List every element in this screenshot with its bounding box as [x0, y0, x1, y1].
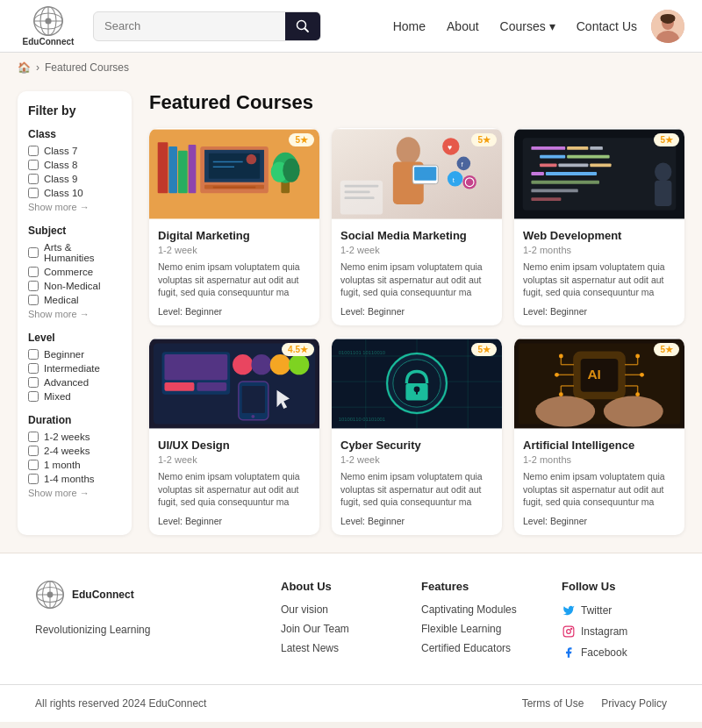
course-level: Level: Beginner — [158, 516, 311, 526]
logo[interactable]: EduConnect — [18, 5, 79, 46]
filter-sidebar: Filter by Class Class 7 Class 8 Class 9 … — [18, 91, 132, 535]
course-card[interactable]: AI 5★ Artificial Intelligence 1-2 months… — [514, 338, 684, 535]
footer-tagline: Revolutionizing Learning — [35, 624, 150, 636]
svg-rect-44 — [345, 185, 379, 188]
filter-subject-commerce[interactable]: Commerce — [28, 267, 121, 277]
svg-point-62 — [655, 162, 671, 181]
footer-bottom-links: Terms of Use Privacy Policy — [522, 697, 667, 710]
svg-rect-34 — [414, 167, 436, 181]
svg-text:01001101 10110010: 01001101 10110010 — [339, 350, 385, 355]
footer-join-team[interactable]: Join Our Team — [281, 623, 386, 635]
footer-privacy[interactable]: Privacy Policy — [601, 697, 667, 710]
nav-about[interactable]: About — [447, 19, 479, 33]
svg-rect-51 — [590, 146, 603, 150]
course-duration: 1-2 week — [158, 245, 311, 255]
courses-content: Featured Courses 5★ Digital Marketing 1 — [149, 91, 684, 535]
svg-rect-55 — [558, 163, 588, 167]
svg-point-37 — [457, 157, 471, 171]
filter-duration-label: Duration — [28, 414, 121, 426]
filter-class-9[interactable]: Class 9 — [28, 174, 121, 184]
course-thumbnail: 01001101 10110010 10100110 01101001 5★ — [332, 338, 502, 430]
filter-subject-arts[interactable]: Arts & Humanities — [28, 242, 121, 263]
course-description: Nemo enim ipsam voluptatem quia voluptas… — [340, 261, 493, 299]
svg-point-24 — [283, 159, 299, 182]
svg-point-111 — [555, 373, 559, 377]
course-card[interactable]: 01001101 10110010 10100110 01101001 5★ C… — [332, 338, 502, 535]
footer-certified-educators[interactable]: Certified Educators — [421, 642, 526, 654]
course-description: Nemo enim ipsam voluptatem quia voluptas… — [523, 261, 676, 299]
rating-badge: 5★ — [471, 343, 497, 356]
footer-instagram[interactable]: Instagram — [562, 625, 667, 639]
user-avatar[interactable] — [651, 10, 684, 43]
filter-subject-nonmedical[interactable]: Non-Medical — [28, 281, 121, 291]
subject-show-more[interactable]: Show more → — [28, 309, 121, 319]
svg-point-115 — [635, 392, 640, 396]
filter-level-mixed[interactable]: Mixed — [28, 391, 121, 402]
svg-rect-69 — [197, 382, 226, 391]
search-button[interactable] — [285, 12, 320, 40]
footer-bottom: All rights reserved 2024 EduConnect Term… — [0, 684, 702, 722]
course-level: Level: Beginner — [158, 306, 311, 317]
filter-duration-1-4months[interactable]: 1-4 months — [28, 474, 121, 484]
filter-duration-1-2weeks[interactable]: 1-2 weeks — [28, 432, 121, 442]
svg-line-7 — [305, 28, 309, 32]
footer-terms[interactable]: Terms of Use — [522, 697, 584, 710]
home-icon[interactable]: 🏠 — [18, 61, 31, 74]
svg-point-110 — [559, 354, 563, 359]
filter-subject-medical[interactable]: Medical — [28, 295, 121, 305]
svg-rect-58 — [546, 172, 597, 175]
svg-rect-89 — [416, 389, 418, 395]
search-bar — [93, 11, 321, 41]
rating-badge: 5★ — [654, 343, 679, 356]
breadcrumb: 🏠 › Featured Courses — [0, 53, 702, 82]
course-card[interactable]: ♥ f t 5★ Social Media Marketing 1-2 week… — [332, 128, 502, 325]
footer-our-vision[interactable]: Our vision — [281, 603, 386, 616]
course-card[interactable]: 5★ Web Development 1-2 months Nemo enim … — [514, 128, 684, 325]
rating-badge: 5★ — [289, 133, 314, 146]
filter-title: Filter by — [28, 103, 121, 118]
svg-rect-16 — [213, 187, 256, 189]
footer-col-follow: Follow Us Twitter Instagram — [562, 580, 667, 667]
course-level: Level: Beginner — [340, 516, 493, 526]
filter-duration-1month[interactable]: 1 month — [28, 460, 121, 470]
course-name: Cyber Security — [340, 439, 493, 452]
course-card[interactable]: 4.5★ UI/UX Design 1-2 week Nemo enim ips… — [149, 338, 319, 535]
footer-features-title: Features — [421, 580, 526, 593]
svg-rect-18 — [168, 146, 177, 193]
footer-latest-news[interactable]: Latest News — [281, 642, 386, 654]
footer-captivating-modules[interactable]: Captivating Modules — [421, 603, 526, 616]
course-duration: 1-2 week — [340, 245, 493, 255]
svg-point-76 — [251, 415, 254, 418]
filter-class-10[interactable]: Class 10 — [28, 188, 121, 198]
svg-rect-20 — [189, 145, 197, 193]
filter-class-8[interactable]: Class 8 — [28, 160, 121, 170]
svg-point-70 — [233, 354, 253, 375]
instagram-icon — [562, 625, 576, 639]
course-card[interactable]: 5★ Digital Marketing 1-2 week Nemo enim … — [149, 128, 319, 325]
filter-duration-2-4weeks[interactable]: 2-4 weeks — [28, 446, 121, 456]
filter-level-intermediate[interactable]: Intermediate — [28, 363, 121, 374]
class-show-more[interactable]: Show more → — [28, 202, 121, 212]
nav-courses[interactable]: Courses ▾ — [500, 19, 555, 33]
search-input[interactable] — [94, 13, 285, 39]
nav-contact[interactable]: Contact Us — [577, 19, 637, 33]
filter-level-beginner[interactable]: Beginner — [28, 349, 121, 360]
footer-col-about: About Us Our vision Join Our Team Latest… — [281, 580, 386, 667]
footer-follow-title: Follow Us — [562, 580, 667, 593]
filter-level-advanced[interactable]: Advanced — [28, 377, 121, 388]
duration-show-more[interactable]: Show more → — [28, 488, 121, 498]
nav-home[interactable]: Home — [393, 19, 426, 33]
footer-facebook[interactable]: Facebook — [562, 646, 667, 660]
course-duration: 1-2 week — [340, 454, 493, 465]
svg-rect-50 — [567, 146, 588, 150]
course-description: Nemo enim ipsam voluptatem quia voluptas… — [340, 470, 493, 509]
filter-class-7[interactable]: Class 7 — [28, 146, 121, 156]
course-duration: 1-2 months — [523, 245, 676, 255]
footer-twitter[interactable]: Twitter — [562, 603, 667, 617]
course-thumbnail: AI 5★ — [514, 338, 684, 430]
filter-group-class: Class Class 7 Class 8 Class 9 Class 10 S… — [28, 128, 121, 212]
course-level: Level: Beginner — [523, 516, 676, 526]
svg-rect-57 — [531, 172, 544, 175]
course-thumbnail: 5★ — [149, 128, 319, 220]
footer-flexible-learning[interactable]: Flexible Learning — [421, 623, 526, 635]
